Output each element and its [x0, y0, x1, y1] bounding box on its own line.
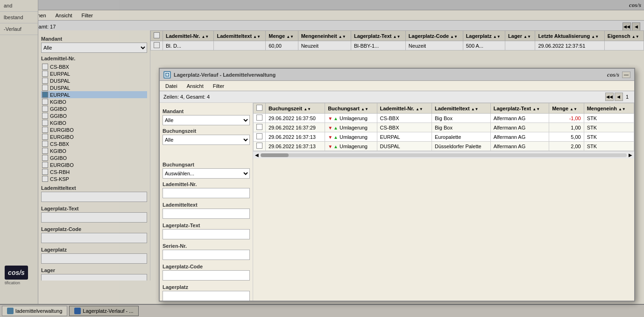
modal-title-left: Lagerplatz-Verlauf - Lademittelverwaltun… [163, 71, 276, 79]
modal-row-checkbox[interactable] [256, 133, 262, 139]
modal-content: Mandant Alle Buchungszeit Alle Buchungsa… [160, 103, 634, 301]
cell-lademittel-nr: CS-BBX [377, 114, 432, 123]
modal-scrollbar[interactable]: ◀ ▶ [253, 151, 634, 158]
modal-serien-nr-input[interactable] [163, 250, 250, 260]
table-row: 29.06.2022 16:37:13▼▲ UmlagerungEURPALEu… [254, 132, 634, 142]
arrow-down-icon: ▼ [328, 135, 333, 140]
modal-cosys-logo: cos/s [607, 71, 619, 79]
modal-row-checkbox[interactable] [256, 115, 262, 121]
cell-menge: 1,00 [549, 123, 584, 132]
cell-lagerplatz-text: Alfermann AG [490, 123, 549, 132]
cell-menge: -1,00 [549, 114, 584, 123]
modal-title-right: cos/s — [607, 71, 630, 79]
modal-col-lagerplatz-text: Lagerplatz-Text ▲▼ [490, 103, 549, 114]
modal-lagerplatz-text-label: Lagerplatz-Text [163, 223, 250, 228]
cell-buchungszeit: 29.06.2022 16:37:50 [266, 114, 325, 123]
modal-menu-datei[interactable]: Datei [163, 82, 179, 90]
modal-lagerplatz-input[interactable] [163, 291, 250, 301]
cell-buchungszeit: 29.06.2022 16:37:13 [266, 142, 325, 151]
cell-lagerplatz-text: Alfermann AG [490, 142, 549, 151]
cell-buchungsart: ▼▲ Umlagerung [325, 142, 377, 151]
modal-col-mengeneinheit: Mengeneinh ▲▼ [584, 103, 634, 114]
modal-select-all[interactable] [256, 105, 262, 111]
cell-buchungsart: ▼▲ Umlagerung [325, 132, 377, 142]
modal-dialog: Lagerplatz-Verlauf - Lademittelverwaltun… [159, 68, 635, 302]
modal-lademittel-nr-label: Lademittel-Nr. [163, 181, 250, 187]
umlagerung-icon: ▼▲ [328, 125, 338, 130]
arrow-down-icon: ▼ [328, 116, 333, 121]
arrow-down-icon: ▼ [328, 125, 333, 130]
modal-lademitteltext-input[interactable] [163, 209, 250, 219]
modal-menu-filter[interactable]: Filter [211, 82, 226, 90]
modal-title-text: Lagerplatz-Verlauf - Lademittelverwaltun… [174, 72, 276, 78]
modal-lagerplatz-code-input[interactable] [163, 270, 250, 281]
umlagerung-icon: ▼▲ [328, 135, 338, 140]
modal-buchungsart-label: Buchungsart [163, 162, 250, 167]
cell-lademitteltext: Europalette [432, 132, 491, 142]
modal-scrollbar-thumb[interactable] [261, 153, 289, 157]
cell-lagerplatz-text: Alfermann AG [490, 114, 549, 123]
cell-lagerplatz-text: Alfermann AG [490, 132, 549, 142]
cell-buchungsart: ▼▲ Umlagerung [325, 114, 377, 123]
cell-buchungsart: ▼▲ Umlagerung [325, 123, 377, 132]
modal-overlay: Lagerplatz-Verlauf - Lademittelverwaltun… [0, 0, 644, 317]
umlagerung-icon: ▼▲ [328, 116, 338, 121]
modal-nav-first[interactable]: ◀◀ [605, 93, 614, 101]
modal-col-menge: Menge ▲▼ [549, 103, 584, 114]
modal-lagerplatz-label: Lagerplatz [163, 284, 250, 290]
modal-title-icon [163, 71, 171, 79]
modal-lademittel-nr-input[interactable] [163, 188, 250, 198]
modal-filter-panel: Mandant Alle Buchungszeit Alle Buchungsa… [160, 103, 253, 301]
cell-menge: 2,00 [549, 142, 584, 151]
cell-buchungszeit: 29.06.2022 16:37:29 [266, 123, 325, 132]
arrow-up-icon: ▲ [333, 135, 338, 140]
table-row: 29.06.2022 16:37:13▼▲ UmlagerungDUSPALDü… [254, 142, 634, 151]
modal-page-num: 1 [626, 94, 629, 100]
modal-lagerplatz-text-input[interactable] [163, 229, 250, 239]
modal-col-lademittel-nr: Lademittel-Nr. ▲▼ [377, 103, 432, 114]
modal-buchungsart-select[interactable]: Auswählen... [163, 168, 250, 179]
cell-lademitteltext: Düsseldorfer Palette [432, 142, 491, 151]
arrow-up-icon: ▲ [333, 144, 338, 149]
cell-lademitteltext: Big Box [432, 123, 491, 132]
table-row: 29.06.2022 16:37:29▼▲ UmlagerungCS-BBXBi… [254, 123, 634, 132]
umlagerung-icon: ▼▲ [328, 144, 338, 149]
modal-row-checkbox[interactable] [256, 143, 262, 149]
modal-menu-ansicht[interactable]: Ansicht [185, 82, 205, 90]
modal-row-count-bar: Zeilen: 4, Gesamt: 4 ◀◀ ◀ 1 [160, 91, 634, 103]
modal-mandant-label: Mandant [163, 108, 250, 114]
modal-titlebar: Lagerplatz-Verlauf - Lademittelverwaltun… [160, 69, 634, 81]
arrow-up-icon: ▲ [333, 125, 338, 130]
modal-nav-prev[interactable]: ◀ [615, 93, 623, 101]
modal-menubar: Datei Ansicht Filter [160, 81, 634, 91]
cell-menge: 5,00 [549, 132, 584, 142]
table-row: 29.06.2022 16:37:50▼▲ UmlagerungCS-BBXBi… [254, 114, 634, 123]
arrow-up-icon: ▲ [333, 116, 338, 121]
modal-scrollbar-track[interactable] [261, 153, 627, 157]
modal-table-area: Buchungszeit ▲▼ Buchungsart ▲▼ Lademitte… [253, 103, 634, 301]
modal-col-buchungsart: Buchungsart ▲▼ [325, 103, 377, 114]
cell-mengeneinheit: STK [584, 114, 634, 123]
modal-col-checkbox [254, 103, 266, 114]
modal-lagerplatz-code-label: Lagerplatz-Code [163, 264, 250, 269]
modal-row-checkbox[interactable] [256, 124, 262, 130]
arrow-down-icon: ▼ [328, 144, 333, 149]
cell-lademittel-nr: CS-BBX [377, 123, 432, 132]
modal-minimize-button[interactable]: — [622, 72, 630, 78]
modal-buchungszeit-select[interactable]: Alle [163, 135, 250, 145]
modal-nav: ◀◀ ◀ 1 [605, 93, 630, 101]
modal-scroll-left[interactable]: ◀ [255, 152, 259, 158]
modal-data-table: Buchungszeit ▲▼ Buchungsart ▲▼ Lademitte… [253, 103, 634, 151]
modal-mandant-select[interactable]: Alle [163, 115, 250, 125]
cell-buchungszeit: 29.06.2022 16:37:13 [266, 132, 325, 142]
modal-scroll-right[interactable]: ▶ [629, 152, 632, 158]
modal-row-count-text: Zeilen: 4, Gesamt: 4 [163, 94, 210, 100]
modal-buchungszeit-label: Buchungszeit [163, 128, 250, 134]
modal-serien-nr-label: Serien-Nr. [163, 243, 250, 249]
cell-lademitteltext: Big Box [432, 114, 491, 123]
modal-col-buchungszeit: Buchungszeit ▲▼ [266, 103, 325, 114]
cell-lademittel-nr: DUSPAL [377, 142, 432, 151]
cell-lademittel-nr: EURPAL [377, 132, 432, 142]
cell-mengeneinheit: STK [584, 132, 634, 142]
modal-lademitteltext-label: Lademitteltext [163, 202, 250, 208]
